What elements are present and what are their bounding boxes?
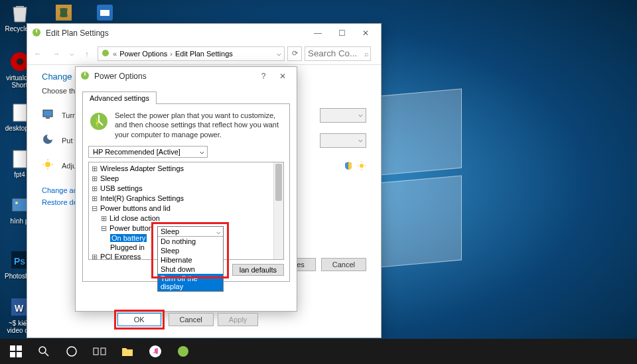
- file-explorer-button[interactable]: [114, 339, 141, 363]
- tree-item[interactable]: ⊞ USB settings: [92, 184, 281, 194]
- restore-defaults-button[interactable]: lan defaults: [232, 264, 284, 276]
- recycle-bin-icon: [9, 1, 31, 24]
- taskbar: [0, 339, 637, 364]
- svg-rect-32: [17, 352, 22, 357]
- refresh-button[interactable]: ⟳: [287, 46, 302, 61]
- minimize-button[interactable]: —: [307, 27, 329, 40]
- svg-rect-2: [13, 104, 27, 121]
- svg-point-14: [102, 50, 109, 56]
- power-icon: [80, 70, 90, 82]
- svg-text:W: W: [15, 303, 24, 314]
- svg-point-22: [360, 164, 364, 168]
- breadcrumb-item[interactable]: Edit Plan Settings: [175, 50, 233, 58]
- breadcrumb-item[interactable]: Power Options: [119, 50, 167, 58]
- up-button[interactable]: ↑: [79, 46, 95, 62]
- svg-point-35: [67, 347, 76, 356]
- dialog-title: Power Options: [94, 72, 255, 81]
- power-icon: [101, 48, 110, 59]
- search-icon: ⌕: [364, 50, 369, 58]
- highlight-box: OK: [114, 310, 165, 330]
- cortana-button[interactable]: [58, 339, 85, 363]
- task-view-button[interactable]: [86, 339, 113, 363]
- svg-point-17: [45, 162, 50, 167]
- navigation-bar: ← → ⌵ ↑ « Power Options › Edit Plan Sett…: [27, 42, 381, 65]
- app-icon: [52, 1, 75, 24]
- help-button[interactable]: ?: [255, 70, 271, 83]
- power-plan-dropdown[interactable]: HP Recommended [Active]: [88, 146, 208, 158]
- combo-selected[interactable]: Sleep: [158, 227, 223, 236]
- svg-line-34: [45, 353, 48, 356]
- combo-option[interactable]: Hibernate: [158, 255, 223, 265]
- window-title: Edit Plan Settings: [46, 29, 307, 38]
- svg-rect-4: [12, 198, 28, 212]
- itunes-button[interactable]: [142, 339, 169, 363]
- brightness-icon: [42, 158, 56, 173]
- sleep-icon: [42, 133, 56, 148]
- shield-icon: [344, 161, 353, 170]
- start-button[interactable]: [3, 339, 29, 363]
- svg-rect-37: [101, 348, 106, 355]
- search-button[interactable]: [31, 339, 57, 363]
- tree-item[interactable]: ⊞ Lid close action: [92, 213, 281, 223]
- power-icon: [31, 27, 42, 39]
- tree-item[interactable]: ⊞ Sleep: [92, 174, 281, 184]
- advanced-settings-tab[interactable]: Advanced settings: [82, 91, 157, 104]
- combo-option[interactable]: Shut down: [158, 265, 223, 274]
- svg-rect-3: [13, 151, 27, 168]
- back-button[interactable]: ←: [30, 46, 46, 62]
- titlebar[interactable]: Edit Plan Settings — ☐ ✕: [27, 24, 381, 42]
- breadcrumb[interactable]: « Power Options › Edit Plan Settings ⌵: [98, 46, 285, 61]
- svg-rect-12: [100, 10, 109, 16]
- svg-point-33: [39, 347, 46, 353]
- power-plan-icon: [88, 111, 109, 132]
- combo-option[interactable]: Do nothing: [158, 237, 223, 246]
- cancel-button[interactable]: Cancel: [321, 258, 366, 271]
- cancel-button[interactable]: Cancel: [169, 313, 214, 326]
- power-action-combobox[interactable]: Sleep Do nothing Sleep Hibernate Shut do…: [157, 226, 224, 292]
- svg-rect-36: [94, 348, 98, 355]
- icon-label: fpt4: [14, 171, 25, 178]
- svg-rect-16: [46, 117, 50, 119]
- svg-point-40: [178, 346, 188, 357]
- svg-rect-31: [10, 352, 15, 357]
- close-button[interactable]: ✕: [273, 70, 293, 83]
- combo-list: Do nothing Sleep Hibernate Shut down Tur…: [158, 236, 223, 291]
- maximize-button[interactable]: ☐: [330, 27, 353, 40]
- display-icon: [42, 108, 56, 123]
- combo-option[interactable]: Turn off the display: [158, 274, 223, 291]
- search-input[interactable]: [305, 46, 371, 61]
- svg-rect-29: [10, 345, 15, 351]
- sun-icon: [357, 161, 366, 170]
- taskbar-app[interactable]: [170, 339, 196, 363]
- recent-button[interactable]: ⌵: [67, 46, 76, 62]
- ok-button[interactable]: OK: [117, 313, 161, 326]
- app-icon: [94, 1, 116, 24]
- tree-item[interactable]: ⊞ Wireless Adapter Settings: [92, 164, 281, 174]
- close-button[interactable]: ✕: [354, 27, 377, 40]
- forward-button[interactable]: →: [48, 46, 64, 62]
- desktop-shortcut-2[interactable]: [45, 1, 82, 25]
- titlebar[interactable]: Power Options ? ✕: [76, 67, 297, 86]
- apply-button[interactable]: Apply: [218, 313, 259, 326]
- svg-text:Ps: Ps: [14, 256, 25, 267]
- tree-item[interactable]: ⊟ Power buttons and lid: [92, 204, 281, 213]
- svg-rect-15: [43, 110, 52, 117]
- scrollbar[interactable]: [273, 162, 283, 259]
- svg-rect-30: [17, 345, 22, 351]
- description-text: Select the power plan that you want to c…: [115, 111, 284, 139]
- pluggedin-dropdown[interactable]: [320, 133, 366, 148]
- tree-item[interactable]: ⊞ Intel(R) Graphics Settings: [92, 194, 281, 204]
- combo-option[interactable]: Sleep: [158, 246, 223, 255]
- desktop-shortcut-3[interactable]: [86, 1, 123, 25]
- svg-point-5: [15, 202, 18, 204]
- pluggedin-dropdown[interactable]: [320, 108, 366, 123]
- svg-point-1: [17, 58, 23, 65]
